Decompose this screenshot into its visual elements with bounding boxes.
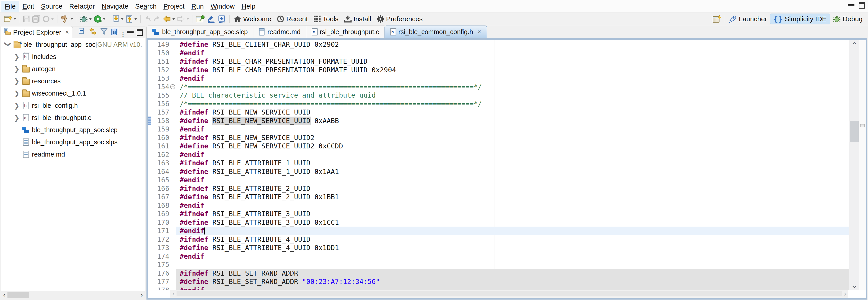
code-line-173[interactable]: 173#define RSI_BLE_ATTRIBUTE_4_UUID 0x1D… (148, 243, 849, 252)
line-number[interactable]: 149 (148, 40, 169, 49)
code-line-176[interactable]: 176#ifndef RSI_BLE_SET_RAND_ADDR (148, 269, 849, 278)
scroll-left-icon[interactable]: ‹ (170, 290, 177, 298)
chevron-right-icon[interactable]: ❯ (12, 114, 21, 122)
code-line-161[interactable]: 161#define RSI_BLE_NEW_SERVICE_UUID2 0xC… (148, 142, 849, 151)
code-line-159[interactable]: 159#endif (148, 125, 849, 134)
line-number[interactable]: 154 (148, 83, 169, 91)
dropdown-arrow-icon[interactable] (134, 18, 137, 20)
code-line-169[interactable]: 169#ifndef RSI_BLE_ATTRIBUTE_3_UUID (148, 210, 849, 218)
scroll-right-icon[interactable]: › (138, 291, 145, 299)
code-line-167[interactable]: 167#define RSI_BLE_ATTRIBUTE_2_UUID 0x1B… (148, 193, 849, 201)
editor-hscrollbar[interactable]: ‹ › (170, 290, 848, 298)
code-line-155[interactable]: 155// BLE characteristic service and att… (148, 91, 849, 100)
code-line-168[interactable]: 168#endif (148, 201, 849, 210)
chevron-right-icon[interactable]: ❯ (12, 65, 21, 73)
flash-download-button[interactable] (112, 14, 125, 24)
scrollbar-thumb[interactable] (7, 292, 29, 298)
fold-collapse-icon[interactable]: − (170, 84, 175, 89)
code-line-151[interactable]: 151#ifndef RSI_BLE_CHAR_PRESENTATION_FOR… (148, 57, 849, 66)
code-line-153[interactable]: 153#endif (148, 74, 849, 83)
code-line-157[interactable]: 157#ifndef RSI_BLE_NEW_SERVICE_UUID (148, 108, 849, 116)
occurrence-marker[interactable] (860, 124, 865, 127)
dropdown-arrow-icon[interactable] (13, 18, 17, 20)
code-line-171[interactable]: 171#endif (148, 227, 849, 235)
tree-item-wiseconnect-1-0-1[interactable]: ❯wiseconnect_1.0.1 (1, 87, 145, 99)
line-number[interactable]: 168 (148, 201, 169, 210)
save-button[interactable] (22, 14, 31, 24)
editor-tab-rsi-ble-common-config-h[interactable]: hrsi_ble_common_config.h× (384, 26, 487, 38)
tools-button[interactable]: Tools (311, 14, 341, 24)
code-line-154[interactable]: 154−/*==================================… (148, 83, 849, 91)
code-line-162[interactable]: 162#endif (148, 151, 849, 159)
code-line-160[interactable]: 160#ifndef RSI_BLE_NEW_SERVICE_UUID2 (148, 134, 849, 142)
line-number[interactable]: 160 (148, 134, 169, 142)
close-icon[interactable]: × (477, 29, 481, 35)
code-editor[interactable]: 149#define RSI_BLE_CLIENT_CHAR_UUID 0x29… (148, 40, 849, 290)
line-number[interactable]: 177 (148, 277, 169, 286)
pin-view-button[interactable] (195, 14, 206, 24)
code-line-166[interactable]: 166#ifndef RSI_BLE_ATTRIBUTE_2_UUID (148, 184, 849, 193)
menu-file[interactable]: File (1, 1, 19, 12)
scrollbar-thumb[interactable] (850, 121, 859, 142)
perspective-launcher[interactable]: Launcher (725, 14, 770, 24)
nav-back-button[interactable] (162, 14, 176, 24)
tree-item-includes[interactable]: ❯hIncludes (1, 51, 145, 63)
open-perspective-button[interactable] (712, 14, 723, 24)
line-number[interactable]: 159 (148, 125, 169, 134)
line-number[interactable]: 170 (148, 218, 169, 227)
tree-item-autogen[interactable]: ❯autogen (1, 63, 145, 75)
preferences-button[interactable]: Preferences (374, 14, 426, 24)
line-number[interactable]: 151 (148, 57, 169, 66)
line-number[interactable]: 157 (148, 108, 169, 116)
code-line-164[interactable]: 164#define RSI_BLE_ATTRIBUTE_1_UUID 0x1A… (148, 167, 849, 176)
line-number[interactable]: 175 (148, 261, 169, 269)
editor-tab-ble-throughput-app-soc-slcp[interactable]: ble_throughput_app_soc.slcp (147, 26, 253, 38)
tree-item-ble-throughput-app-soc[interactable]: ❯cble_throughput_app_soc [GNU ARM v10. (1, 38, 145, 51)
dropdown-arrow-icon[interactable] (121, 18, 124, 20)
line-number[interactable]: 173 (148, 243, 169, 252)
view-menu-icon[interactable]: ●●● (123, 27, 124, 37)
line-number[interactable]: 162 (148, 151, 169, 159)
filter-funnel-icon[interactable] (100, 28, 107, 37)
dropdown-arrow-icon[interactable] (172, 18, 175, 20)
line-number[interactable]: 155 (148, 91, 169, 100)
line-number[interactable]: 153 (148, 74, 169, 83)
code-line-165[interactable]: 165#endif (148, 176, 849, 184)
perspective-debug[interactable]: Debug (830, 14, 866, 24)
project-explorer-hscrollbar[interactable]: ‹ › (1, 291, 145, 299)
new-wizard-button[interactable] (3, 14, 18, 24)
line-number[interactable]: 166 (148, 184, 169, 193)
code-line-150[interactable]: 150#endif (148, 49, 849, 57)
minimize-icon[interactable] (127, 31, 133, 33)
scroll-up-icon[interactable]: ⌃ (849, 41, 859, 50)
code-line-152[interactable]: 152#define RSI_BLE_CHAR_PRESENTATION_FOR… (148, 66, 849, 74)
build-hammer-button[interactable] (60, 14, 74, 24)
code-line-158[interactable]: 158#define RSI_BLE_NEW_SERVICE_UUID 0xAA… (148, 116, 849, 125)
code-line-170[interactable]: 170#define RSI_BLE_ATTRIBUTE_3_UUID 0x1C… (148, 218, 849, 227)
save-all-button[interactable] (31, 14, 41, 24)
scroll-right-icon[interactable]: › (842, 290, 848, 298)
chevron-right-icon[interactable]: ❯ (12, 90, 21, 97)
line-number[interactable]: 152 (148, 66, 169, 74)
perspective-simplicity-ide[interactable]: {}Simplicity IDE (770, 14, 830, 24)
recent-button[interactable]: Recent (274, 14, 310, 24)
chevron-right-icon[interactable]: ❯ (12, 77, 21, 85)
line-number[interactable]: 167 (148, 193, 169, 201)
scrollbar-thumb[interactable] (177, 291, 842, 296)
dropdown-arrow-icon[interactable] (89, 18, 92, 20)
microscope-button[interactable] (206, 14, 216, 24)
line-number[interactable]: 169 (148, 210, 169, 218)
line-number[interactable]: 172 (148, 235, 169, 244)
dropdown-arrow-icon[interactable] (103, 18, 106, 20)
code-line-172[interactable]: 172#ifndef RSI_BLE_ATTRIBUTE_4_UUID (148, 235, 849, 244)
line-number[interactable]: 156 (148, 100, 169, 108)
scroll-left-icon[interactable]: ‹ (1, 291, 7, 299)
si-files-icon[interactable]: SI (111, 28, 119, 37)
overview-ruler[interactable] (859, 40, 866, 290)
debug-bug-button[interactable] (79, 14, 93, 24)
maximize-icon[interactable] (137, 29, 143, 36)
line-number[interactable]: 163 (148, 159, 169, 167)
link-editor-icon[interactable] (89, 28, 97, 37)
tree-item-readme-md[interactable]: readme.md (1, 148, 145, 160)
maximize-icon[interactable] (859, 2, 865, 8)
